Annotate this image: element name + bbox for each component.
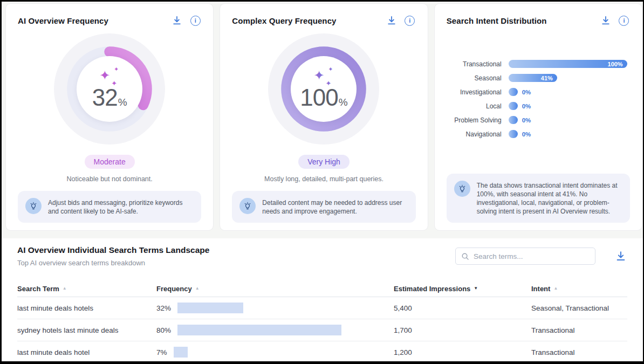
card-actions: i	[171, 15, 201, 26]
search-term-cell: last minute deals hotel	[17, 348, 156, 356]
intent-label: Problem Solving	[441, 116, 502, 124]
status-badge: Moderate	[85, 155, 135, 169]
card-ai-overview-frequency: AI Overview Frequency i	[5, 3, 214, 231]
download-icon[interactable]	[171, 15, 183, 26]
frequency-bar	[174, 347, 188, 358]
intent-label: Navigational	[441, 131, 502, 138]
intent-value-label: 0%	[522, 117, 531, 123]
intent-cell: Transactional	[531, 326, 627, 334]
intent-cell: Seasonal, Transactional	[531, 304, 627, 312]
status-badge: Very High	[298, 155, 350, 169]
info-icon[interactable]: i	[618, 15, 630, 26]
impressions-cell: 1,700	[394, 326, 531, 334]
column-header-intent[interactable]: Intent▲	[531, 285, 627, 293]
card-title: Complex Query Frequency	[232, 16, 336, 25]
search-terms-panel: AI Overview Individual Search Terms Land…	[2, 238, 643, 361]
card-header: Search Intent Distribution i	[435, 4, 642, 26]
table-row[interactable]: last minute deals hotel7%1,200Transactio…	[17, 341, 627, 361]
sparkle-icon: ✦✦✦	[99, 68, 120, 85]
lightbulb-icon	[25, 198, 42, 214]
lightbulb-icon	[454, 181, 470, 197]
frequency-bar	[177, 325, 341, 335]
lightbulb-icon	[239, 198, 256, 214]
donut-percentage: 32%	[92, 86, 127, 109]
intent-bar-row: Navigational0%	[441, 130, 642, 138]
card-header: Complex Query Frequency i	[220, 4, 427, 26]
card-complex-query-frequency: Complex Query Frequency i	[220, 3, 428, 231]
impressions-cell: 1,200	[394, 348, 531, 356]
frequency-cell: 80%	[156, 325, 394, 335]
intent-bar-row: Problem Solving0%	[441, 116, 642, 124]
tip-text: The data shows transactional intent domi…	[477, 181, 622, 216]
column-header-estimated-impressions[interactable]: Estimated Impressions▼	[394, 285, 531, 293]
table-row[interactable]: sydney hotels last minute deals80%1,700T…	[17, 319, 627, 341]
intent-cell: Transactional	[531, 348, 627, 356]
search-terms-input[interactable]	[474, 252, 590, 260]
column-header-search-term[interactable]: Search Term▲	[17, 285, 156, 293]
info-icon[interactable]: i	[404, 15, 416, 26]
insight-tip-box: Detailed content may be needed to addres…	[232, 191, 415, 223]
table-row[interactable]: last minute deals hotels32%5,400Seasonal…	[17, 297, 627, 319]
frequency-bar	[177, 303, 243, 313]
card-description: Noticeable but not dominant.	[67, 175, 153, 183]
intent-label: Local	[441, 102, 502, 110]
frequency-cell: 32%	[156, 303, 394, 313]
metric-cards-row: AI Overview Frequency i	[2, 2, 643, 231]
card-actions: i	[386, 15, 416, 26]
intent-bar-row: Transactional100%	[441, 60, 642, 68]
intent-value-label: 0%	[522, 89, 531, 95]
card-header: AI Overview Frequency i	[6, 4, 213, 26]
sort-up-icon: ▲	[195, 286, 200, 291]
donut-percentage: 100%	[300, 86, 347, 109]
column-header-frequency[interactable]: Frequency▲	[156, 285, 394, 293]
intent-value-label: 100%	[608, 61, 627, 67]
dashboard-page: AI Overview Frequency i	[2, 2, 643, 361]
intent-label: Investigational	[441, 88, 502, 96]
intent-bar-chart: Transactional100%Seasonal41%Investigatio…	[435, 60, 642, 144]
intent-bar	[509, 88, 518, 96]
card-search-intent-distribution: Search Intent Distribution i Transaction…	[434, 3, 642, 231]
intent-bar-row: Local0%	[441, 102, 642, 110]
donut-center: ✦✦✦ 100%	[291, 56, 357, 122]
intent-bar	[509, 102, 518, 110]
card-title: Search Intent Distribution	[447, 16, 547, 25]
table-header-row: Search Term▲Frequency▲Estimated Impressi…	[17, 280, 627, 297]
download-icon[interactable]	[600, 15, 612, 26]
card-actions: i	[600, 15, 630, 26]
intent-label: Seasonal	[441, 74, 502, 82]
intent-bar-row: Seasonal41%	[441, 74, 642, 82]
donut-chart-ai-overview: ✦✦✦ 32%	[47, 28, 172, 150]
frequency-cell: 7%	[156, 347, 394, 358]
card-title: AI Overview Frequency	[18, 16, 108, 25]
download-icon[interactable]	[615, 250, 627, 262]
donut-chart-complex-query: ✦✦✦ 100%	[262, 28, 386, 150]
table-body: last minute deals hotels32%5,400Seasonal…	[17, 297, 627, 361]
info-icon[interactable]: i	[189, 15, 201, 26]
tip-text: Detailed content may be needed to addres…	[262, 198, 408, 216]
intent-value-label: 0%	[522, 103, 531, 109]
card-description: Mostly long, detailed, multi-part querie…	[264, 175, 383, 183]
sort-down-icon: ▼	[474, 286, 478, 291]
impressions-cell: 5,400	[394, 304, 531, 312]
intent-bar	[509, 116, 518, 124]
search-icon	[461, 252, 469, 260]
download-icon[interactable]	[386, 15, 398, 26]
sort-up-icon: ▲	[63, 286, 67, 291]
intent-bar-row: Investigational0%	[441, 88, 642, 96]
sort-up-icon: ▲	[553, 286, 558, 291]
insight-tip-box: The data shows transactional intent domi…	[447, 174, 630, 223]
search-term-cell: sydney hotels last minute deals	[17, 326, 156, 334]
intent-bar: 41%	[509, 74, 557, 82]
intent-value-label: 0%	[522, 131, 531, 138]
intent-bar: 100%	[509, 60, 627, 68]
donut-center: ✦✦✦ 32%	[77, 56, 142, 122]
intent-value-label: 41%	[541, 75, 557, 81]
intent-label: Transactional	[441, 60, 502, 68]
sparkle-icon: ✦✦✦	[313, 68, 334, 85]
search-terms-input-wrap	[455, 248, 595, 265]
search-term-cell: last minute deals hotels	[17, 304, 156, 312]
insight-tip-box: Adjust bids and messaging, prioritize ke…	[18, 191, 201, 223]
intent-bar	[509, 130, 518, 138]
tip-text: Adjust bids and messaging, prioritize ke…	[48, 198, 194, 216]
